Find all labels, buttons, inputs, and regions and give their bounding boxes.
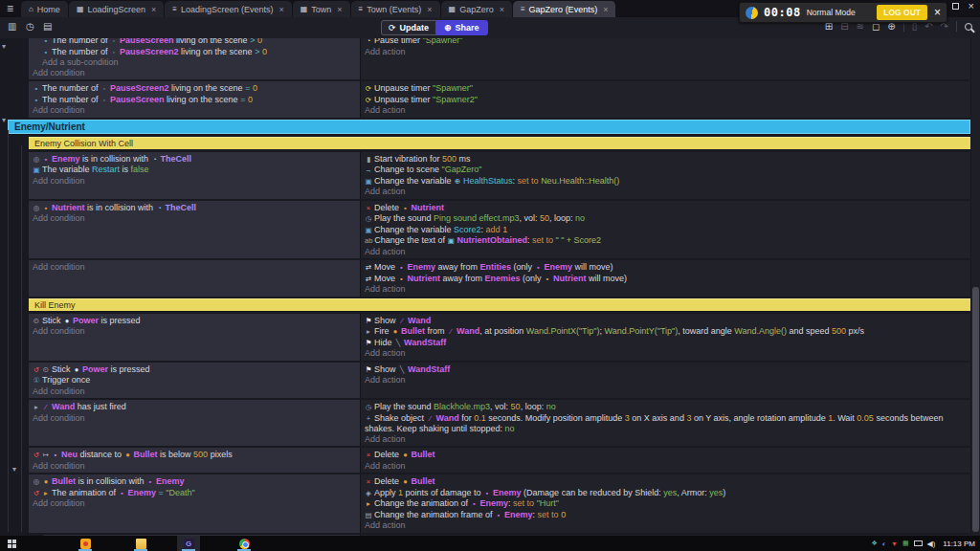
conditions-cell[interactable]: ◎▪Enemy is in collision with ◔TheCell▣Th… [29,152,361,199]
add-condition-link[interactable]: Add condition [33,68,356,78]
condition-line[interactable]: ▸∕Wand has just fired [33,402,356,413]
tab-town-events[interactable]: ≡Town (Events)× [351,1,441,17]
add-condition-link[interactable]: Add condition [33,413,356,424]
tab-close-icon[interactable]: × [337,5,342,14]
action-line[interactable]: +Shake object ∕Wand for 0.1 seconds. Mod… [365,413,967,434]
taskbar-app-screentime[interactable] [74,536,97,551]
action-line[interactable]: ◷Play the sound Blackhole.mp3, vol: 50, … [365,402,967,413]
action-line[interactable]: ◈Apply 1 points of damage to ▪Enemy (Dam… [365,488,967,499]
add-action-link[interactable]: Add action [365,247,967,257]
tab-gapzero[interactable]: ▦GapZero× [441,1,513,17]
add-action-link[interactable]: Add action [365,348,967,359]
action-line[interactable]: ▸Fire ●Bullet from ∕Wand, at position Wa… [365,326,967,338]
action-line[interactable]: ⚑Show ∕Wand [365,316,967,327]
actions-cell[interactable]: ⟳Unpause timer "Spawner"⟳Unpause timer "… [361,81,970,118]
actions-cell[interactable]: ◷Play the sound Blackhole.mp3, vol: 50, … [361,400,970,446]
project-manager-icon[interactable]: ▥ [8,21,16,32]
expander-icon[interactable]: ▾ [2,116,6,124]
expander-icon[interactable]: ▾ [12,465,16,474]
condition-line[interactable]: ⊙Stick ●Power is pressed [33,316,356,327]
conditions-cell[interactable]: ↺⊙Stick ●Power is pressed①Trigger onceAd… [29,363,361,399]
condition-line[interactable]: ①Trigger once [33,375,356,386]
add-condition-link[interactable]: Add condition [33,461,356,472]
save-icon[interactable]: ▤ [43,21,52,32]
scrollbar-thumb[interactable] [972,287,979,532]
conditions-cell[interactable]: ▪The number of ▪PauseScreen2 living on t… [29,81,361,118]
sub-group-header-enemy-collision-with-cell[interactable]: Enemy Collision With Cell [29,137,970,149]
tab-gapzero-events[interactable]: ≡GapZero (Events)× [513,1,616,17]
action-line[interactable]: ×Delete ▪Nutrient [365,203,967,214]
add-condition-link[interactable]: Add condition [33,386,356,397]
action-line[interactable]: →Change to scene "GapZero" [365,165,967,176]
share-button[interactable]: ⊕ Share [435,20,488,35]
action-line[interactable]: ×Delete ●Bullet [365,450,967,461]
action-line[interactable]: ⇄Move ▪Enemy away from Entities (only ▪E… [365,262,967,274]
actions-cell[interactable]: ×Delete ●BulletAdd action [361,448,970,473]
actions-cell[interactable]: ⚑Show ∕Wand▸Fire ●Bullet from ∕Wand, at … [361,314,970,361]
tab-town[interactable]: ▦Town× [293,1,351,17]
add-condition-link[interactable]: Add condition [33,262,356,273]
close-window-icon[interactable]: × [969,2,974,10]
add-action-link[interactable]: Add action [365,520,967,531]
condition-line[interactable]: ▪The number of ▪PauseScreen2 living on t… [33,83,356,95]
tray-icon[interactable]: ◐ [882,540,886,547]
actions-cell[interactable]: ▮Start vibration for 500 ms→Change to sc… [361,152,970,199]
conditions-cell[interactable]: ↺↦▪Neu distance to ●Bullet is below 500 … [29,448,361,473]
taskbar-clock[interactable]: 11:13 PM [943,540,975,548]
condition-line[interactable]: ◎▪Nutrient is in collision with ◔TheCell [33,203,356,214]
condition-line[interactable]: ↺▸The animation of ▪Enemy = "Death" [33,488,356,499]
tab-close-icon[interactable]: × [500,5,504,14]
tray-icon[interactable]: ❖ [871,540,877,547]
conditions-cell[interactable]: ◎▪Nutrient is in collision with ◔TheCell… [29,201,361,259]
actions-cell[interactable]: ⇄Move ▪Enemy away from Entities (only ▪E… [361,260,970,297]
tab-close-icon[interactable]: × [279,5,284,14]
conditions-cell[interactable]: ◎●Bullet is in collision with ▪Enemy↺▸Th… [29,474,361,533]
add-action-link[interactable]: Add action [365,284,967,295]
add-sub-condition-link[interactable]: Add a sub-condition [33,57,356,68]
action-line[interactable]: ▸Change the animation of ▪Enemy: set to … [365,498,967,510]
tab-loadingscreen[interactable]: ▦LoadingScreen× [69,1,165,17]
add-action-link[interactable]: Add action [365,375,967,386]
condition-line[interactable]: ▪The number of ▪PauseScreen living on th… [33,38,356,47]
tab-close-icon[interactable]: × [151,5,156,14]
conditions-cell[interactable]: ⊙Stick ●Power is pressedAdd condition [29,314,361,361]
actions-cell[interactable]: ◔Pause timer "Spawner"Add action [361,38,970,79]
action-line[interactable]: ⇄Move ▪Nutrient away from Enemies (only … [365,274,967,285]
action-line[interactable]: ⚑Show ╲WandStaff [365,364,967,376]
group-header-enemy-nutrient[interactable]: Enemy/Nutrient [8,120,970,134]
windows-start-button[interactable] [8,540,16,548]
tab-home[interactable]: ⌂Home [21,1,69,17]
condition-line[interactable]: ▣The variable Restart is false [33,165,356,176]
condition-line[interactable]: ◎●Bullet is in collision with ▪Enemy [33,476,356,488]
action-line[interactable]: ×Delete ●Bullet [365,476,967,488]
restore-window-icon[interactable] [952,3,959,10]
expander-icon[interactable]: ▾ [2,42,6,51]
actions-cell[interactable]: ⚑Show ╲WandStaffAdd action [361,363,970,399]
actions-cell[interactable]: ×Delete ●Bullet◈Apply 1 points of damage… [361,474,970,533]
add-condition-link[interactable]: Add condition [33,213,356,224]
condition-line[interactable]: ◎▪Enemy is in collision with ◔TheCell [33,154,356,165]
tab-close-icon[interactable]: × [603,5,608,14]
taskbar-app-chrome[interactable] [233,536,256,551]
add-action-link[interactable]: Add action [365,105,967,116]
action-line[interactable]: ▣Change the variable ⊕HealthStatus: set … [365,176,967,187]
action-line[interactable]: abChange the text of ▣NutrientObtained: … [365,235,967,247]
conditions-cell[interactable]: Add condition [29,260,361,297]
sub-group-header-kill-enemy[interactable]: Kill Enemy [29,298,970,311]
logout-button[interactable]: LOG OUT [877,5,927,20]
add-action-link[interactable]: Add action [365,47,967,57]
condition-line[interactable]: ▪The number of ▪PauseScreen2 living on t… [33,47,356,58]
tab-loadingscreen-events[interactable]: ≡LoadingScreen (Events)× [165,1,293,17]
add-condition-link[interactable]: Add condition [33,326,356,337]
add-action-link[interactable]: Add action [365,461,967,472]
action-line[interactable]: ⚑Hide ╲WandStaff [365,338,967,349]
add-condition-link[interactable]: Add condition [33,498,356,509]
condition-line[interactable]: ↺⊙Stick ●Power is pressed [33,364,356,376]
add-condition-link[interactable]: Add condition [33,105,356,116]
display-tray-icon[interactable] [914,540,923,546]
condition-line[interactable]: ▪The number of ▪PauseScreen living on th… [33,95,356,106]
tab-close-icon[interactable]: × [427,5,432,14]
volume-icon[interactable]: ◀) [927,540,936,548]
action-line[interactable]: ◔Pause timer "Spawner" [365,38,967,47]
conditions-cell[interactable]: ▪The number of ▪PauseScreen living on th… [29,38,361,79]
